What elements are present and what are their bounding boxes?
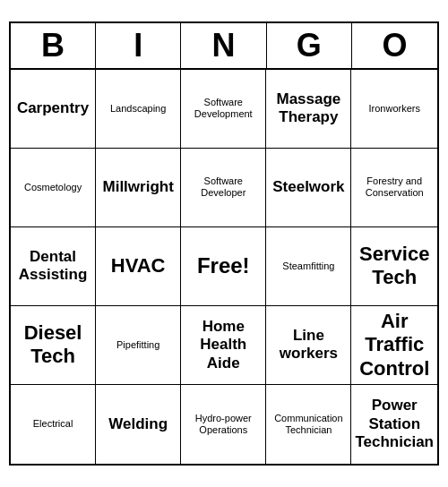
- bingo-cell-12: Free!: [181, 227, 266, 306]
- bingo-cell-22: Hydro-power Operations: [181, 385, 266, 464]
- cell-text-18: Line workers: [270, 327, 347, 363]
- cell-text-24: Power Station Technician: [355, 397, 434, 451]
- bingo-letter-i: I: [96, 23, 181, 68]
- cell-text-11: HVAC: [111, 254, 166, 278]
- cell-text-15: Diesel Tech: [14, 321, 91, 369]
- bingo-cell-1: Landscaping: [96, 70, 181, 149]
- cell-text-1: Landscaping: [110, 103, 166, 115]
- cell-text-19: Air Traffic Control: [355, 310, 434, 380]
- bingo-letter-n: N: [181, 23, 266, 68]
- bingo-cell-19: Air Traffic Control: [351, 306, 437, 385]
- cell-text-20: Electrical: [33, 418, 73, 430]
- bingo-header: BINGO: [11, 23, 437, 70]
- cell-text-0: Carpentry: [17, 99, 89, 117]
- bingo-cell-6: Millwright: [96, 149, 181, 227]
- cell-text-10: Dental Assisting: [14, 248, 91, 285]
- bingo-cell-3: Massage Therapy: [266, 70, 351, 149]
- cell-text-7: Software Developer: [185, 175, 262, 199]
- cell-text-3: Massage Therapy: [270, 90, 347, 127]
- bingo-cell-8: Steelwork: [266, 149, 351, 227]
- bingo-letter-g: G: [267, 23, 352, 68]
- bingo-cell-10: Dental Assisting: [11, 227, 96, 306]
- bingo-cell-4: Ironworkers: [351, 70, 437, 149]
- bingo-cell-7: Software Developer: [181, 149, 266, 227]
- bingo-cell-15: Diesel Tech: [11, 306, 96, 385]
- bingo-cell-18: Line workers: [266, 306, 351, 385]
- cell-text-8: Steelwork: [272, 178, 344, 196]
- bingo-cell-14: Service Tech: [351, 227, 437, 306]
- bingo-letter-b: B: [11, 23, 96, 68]
- bingo-cell-5: Cosmetology: [11, 149, 96, 227]
- cell-text-23: Communication Technician: [270, 413, 347, 436]
- cell-text-14: Service Tech: [355, 243, 434, 290]
- bingo-cell-24: Power Station Technician: [351, 385, 437, 464]
- bingo-cell-17: Home Health Aide: [181, 306, 266, 385]
- cell-text-6: Millwright: [103, 178, 174, 196]
- bingo-grid: CarpentryLandscapingSoftware Development…: [11, 70, 437, 464]
- bingo-cell-16: Pipefitting: [96, 306, 181, 385]
- bingo-letter-o: O: [352, 23, 437, 68]
- bingo-cell-21: Welding: [96, 385, 181, 464]
- cell-text-13: Steamfitting: [282, 261, 334, 272]
- cell-text-22: Hydro-power Operations: [185, 413, 262, 436]
- bingo-cell-9: Forestry and Conservation: [351, 149, 437, 227]
- cell-text-4: Ironworkers: [368, 103, 419, 115]
- cell-text-5: Cosmetology: [24, 182, 82, 193]
- bingo-cell-2: Software Development: [181, 70, 266, 149]
- bingo-cell-0: Carpentry: [11, 70, 96, 149]
- cell-text-17: Home Health Aide: [185, 318, 262, 372]
- bingo-cell-20: Electrical: [11, 385, 96, 464]
- cell-text-21: Welding: [108, 415, 168, 433]
- bingo-cell-23: Communication Technician: [266, 385, 351, 464]
- cell-text-2: Software Development: [185, 97, 262, 120]
- bingo-cell-13: Steamfitting: [266, 227, 351, 306]
- bingo-card: BINGO CarpentryLandscapingSoftware Devel…: [9, 21, 439, 466]
- cell-text-9: Forestry and Conservation: [355, 175, 434, 199]
- bingo-cell-11: HVAC: [96, 227, 181, 306]
- cell-text-16: Pipefitting: [116, 339, 159, 351]
- cell-text-12: Free!: [197, 253, 250, 278]
